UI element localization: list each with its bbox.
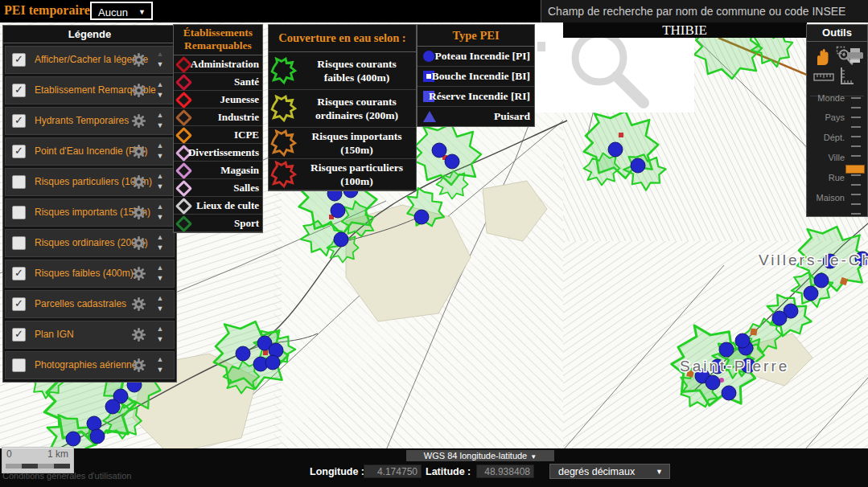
- legend-row-parcelles[interactable]: ✓ Parcelles cadastrales ▲▼: [5, 290, 175, 318]
- establishments-panel: Établissements Remarquables Administrati…: [173, 24, 263, 233]
- move-down-icon[interactable]: ▼: [154, 365, 166, 375]
- coverage-row: Risques courants ordinaires (200m): [269, 90, 416, 128]
- chevron-down-icon: ▼: [656, 464, 663, 480]
- pei-type-row: Réserve Incendie [RI]: [418, 87, 534, 107]
- legend-row-plan-ign[interactable]: ✓ Plan IGN ▲▼: [5, 321, 175, 349]
- longitude-label: Longitude :: [310, 466, 364, 477]
- checkbox[interactable]: ✓: [12, 206, 26, 219]
- diamond-icon: [175, 162, 192, 179]
- move-up-icon[interactable]: ▲: [154, 141, 166, 151]
- gear-icon[interactable]: [131, 113, 146, 129]
- legend-row-risques-faibles[interactable]: ✓ Risques faibles (400m) ▲▼: [5, 260, 175, 288]
- legend-row-risques-importants[interactable]: ✓ Risques importants (150m) ▲▼: [5, 198, 175, 227]
- checkbox[interactable]: ✓: [12, 114, 26, 128]
- move-up-icon[interactable]: ▲: [154, 293, 166, 304]
- move-down-icon[interactable]: ▼: [154, 90, 166, 100]
- legend-row-risques-particuliers[interactable]: ✓ Risques particuliers (100m) ▲▼: [5, 168, 175, 196]
- move-up-icon[interactable]: ▲: [154, 49, 166, 59]
- gear-icon[interactable]: [131, 327, 146, 342]
- gear-icon[interactable]: [131, 205, 146, 220]
- zoom-level-pays[interactable]: Pays: [825, 113, 845, 122]
- coverage-blob-icon: [270, 129, 298, 157]
- checkbox[interactable]: ✓: [12, 175, 26, 189]
- checkbox[interactable]: ✓: [12, 236, 26, 250]
- move-down-icon[interactable]: ▼: [154, 273, 166, 284]
- checkbox[interactable]: ✓: [12, 53, 26, 67]
- coverage-row: Risques importants (150m): [269, 128, 416, 159]
- move-down-icon[interactable]: ▼: [154, 334, 166, 345]
- establishment-row: Magasin: [174, 162, 262, 179]
- legend-title: Légende: [3, 26, 176, 43]
- zoom-level-dept[interactable]: Dépt.: [824, 133, 845, 142]
- pei-temporaire-value: Aucun: [98, 6, 128, 18]
- zoom-level-monde[interactable]: Monde: [817, 93, 845, 103]
- move-up-icon[interactable]: ▲: [154, 324, 166, 334]
- checkbox[interactable]: ✓: [12, 145, 26, 158]
- zoom-slider-track[interactable]: [851, 97, 861, 215]
- legend-row-afficher-cacher[interactable]: ✓ Afficher/Cacher la légende ▲▼: [5, 46, 175, 74]
- units-select[interactable]: degrés décimaux▼: [549, 464, 670, 479]
- checkbox[interactable]: ✓: [12, 84, 26, 97]
- move-down-icon[interactable]: ▼: [154, 59, 166, 70]
- move-up-icon[interactable]: ▲: [154, 354, 166, 365]
- latitude-value: 48.938408: [476, 464, 534, 478]
- coverage-title: Couverture en eau selon :: [269, 25, 416, 52]
- move-down-icon[interactable]: ▼: [154, 304, 166, 314]
- pei-temporaire-label: PEI temporaire :: [4, 3, 97, 18]
- legend-row-label: Risques faibles (400m): [35, 260, 134, 287]
- establishment-row: Salles: [174, 179, 262, 197]
- move-up-icon[interactable]: ▲: [154, 171, 166, 182]
- print-icon[interactable]: [845, 47, 865, 65]
- gear-icon[interactable]: [131, 297, 146, 312]
- pan-hand-icon[interactable]: [813, 47, 831, 67]
- legend-row-hydrants[interactable]: ✓ Hydrants Temporaires ▲▼: [5, 107, 175, 135]
- legend-row-etablissement[interactable]: ✓ Etablissement Remarquable ▲▼: [5, 76, 175, 104]
- footer-bar: WGS 84 longitude-latitude▼ Longitude : 4…: [0, 448, 868, 487]
- checkbox[interactable]: ✓: [12, 328, 26, 342]
- pei-temporaire-select[interactable]: Aucun ▼: [90, 2, 153, 20]
- move-down-icon[interactable]: ▼: [154, 182, 166, 192]
- zoom-level-ville[interactable]: Ville: [828, 153, 845, 162]
- gear-icon[interactable]: [131, 174, 146, 190]
- move-down-icon[interactable]: ▼: [154, 212, 166, 223]
- gear-icon[interactable]: [131, 52, 146, 68]
- checkbox[interactable]: ✓: [12, 358, 26, 372]
- move-up-icon[interactable]: ▲: [154, 80, 166, 90]
- projection-select[interactable]: WGS 84 longitude-latitude▼: [406, 450, 554, 461]
- move-down-icon[interactable]: ▼: [154, 151, 166, 162]
- legend-row-label: Hydrants Temporaires: [35, 108, 129, 134]
- move-down-icon[interactable]: ▼: [154, 121, 166, 131]
- zoom-level-maison[interactable]: Maison: [817, 193, 845, 203]
- coverage-blob-icon: [270, 95, 298, 122]
- move-up-icon[interactable]: ▲: [154, 263, 166, 273]
- establishment-row: Santé: [174, 73, 262, 91]
- pei-type-row: Bouche Incendie [BI]: [418, 67, 534, 87]
- coverage-row: Risques particuliers (100m): [269, 159, 416, 190]
- gear-icon[interactable]: [131, 266, 146, 281]
- move-up-icon[interactable]: ▲: [154, 202, 166, 212]
- move-up-icon[interactable]: ▲: [154, 232, 166, 243]
- legend-row-label: Parcelles cadastrales: [35, 291, 126, 317]
- diamond-icon: [175, 109, 192, 126]
- establishment-row: Jeunesse: [174, 91, 262, 108]
- legend-row-photos-aeriennes[interactable]: ✓ Photographies aériennes ▲▼: [5, 351, 175, 379]
- establishment-row: Sport: [174, 215, 262, 232]
- checkbox[interactable]: ✓: [12, 267, 26, 280]
- establishment-row: Industrie: [174, 108, 262, 126]
- measure-area-icon[interactable]: [839, 67, 855, 86]
- legend-row-risques-ordinaires[interactable]: ✓ Risques ordinaires (200m) ▲▼: [5, 229, 175, 257]
- gear-icon[interactable]: [131, 235, 146, 251]
- legend-row-pei[interactable]: ✓ Point d'Eau Incendie (PEI) ▲▼: [5, 137, 175, 166]
- zoom-slider-handle[interactable]: [845, 165, 865, 174]
- coverage-blob-icon: [270, 57, 298, 84]
- zoom-level-rue[interactable]: Rue: [829, 173, 845, 182]
- puisard-icon: [423, 111, 436, 122]
- measure-distance-icon[interactable]: [813, 72, 834, 83]
- move-down-icon[interactable]: ▼: [154, 243, 166, 253]
- gear-icon[interactable]: [131, 358, 146, 373]
- search-input[interactable]: [541, 0, 868, 23]
- gear-icon[interactable]: [131, 144, 146, 159]
- move-up-icon[interactable]: ▲: [154, 110, 166, 121]
- gear-icon[interactable]: [131, 83, 146, 98]
- checkbox[interactable]: ✓: [12, 297, 26, 311]
